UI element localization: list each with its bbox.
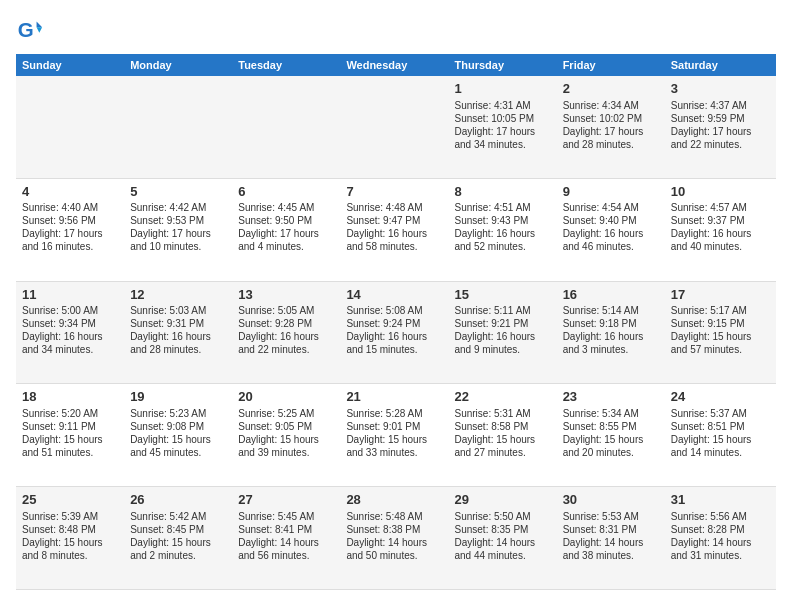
day-number: 30 bbox=[563, 491, 659, 509]
col-header-thursday: Thursday bbox=[449, 54, 557, 76]
day-info: Sunrise: 4:51 AM Sunset: 9:43 PM Dayligh… bbox=[455, 201, 551, 253]
page: G SundayMondayTuesdayWednesdayThursdayFr… bbox=[0, 0, 792, 612]
day-number: 25 bbox=[22, 491, 118, 509]
calendar-cell bbox=[232, 76, 340, 178]
header-row: SundayMondayTuesdayWednesdayThursdayFrid… bbox=[16, 54, 776, 76]
calendar-cell: 29Sunrise: 5:50 AM Sunset: 8:35 PM Dayli… bbox=[449, 487, 557, 590]
week-row-3: 18Sunrise: 5:20 AM Sunset: 9:11 PM Dayli… bbox=[16, 384, 776, 487]
day-number: 23 bbox=[563, 388, 659, 406]
calendar-cell: 1Sunrise: 4:31 AM Sunset: 10:05 PM Dayli… bbox=[449, 76, 557, 178]
day-info: Sunrise: 5:25 AM Sunset: 9:05 PM Dayligh… bbox=[238, 407, 334, 459]
calendar-cell: 19Sunrise: 5:23 AM Sunset: 9:08 PM Dayli… bbox=[124, 384, 232, 487]
calendar-cell: 31Sunrise: 5:56 AM Sunset: 8:28 PM Dayli… bbox=[665, 487, 776, 590]
calendar-cell: 25Sunrise: 5:39 AM Sunset: 8:48 PM Dayli… bbox=[16, 487, 124, 590]
day-number: 1 bbox=[455, 80, 551, 98]
col-header-friday: Friday bbox=[557, 54, 665, 76]
calendar-cell: 10Sunrise: 4:57 AM Sunset: 9:37 PM Dayli… bbox=[665, 178, 776, 281]
calendar-cell: 6Sunrise: 4:45 AM Sunset: 9:50 PM Daylig… bbox=[232, 178, 340, 281]
day-number: 15 bbox=[455, 286, 551, 304]
day-info: Sunrise: 5:20 AM Sunset: 9:11 PM Dayligh… bbox=[22, 407, 118, 459]
logo-icon: G bbox=[16, 16, 44, 44]
day-info: Sunrise: 5:31 AM Sunset: 8:58 PM Dayligh… bbox=[455, 407, 551, 459]
day-number: 3 bbox=[671, 80, 770, 98]
day-number: 8 bbox=[455, 183, 551, 201]
calendar-cell: 28Sunrise: 5:48 AM Sunset: 8:38 PM Dayli… bbox=[340, 487, 448, 590]
day-number: 29 bbox=[455, 491, 551, 509]
day-number: 17 bbox=[671, 286, 770, 304]
day-info: Sunrise: 5:50 AM Sunset: 8:35 PM Dayligh… bbox=[455, 510, 551, 562]
calendar-cell: 13Sunrise: 5:05 AM Sunset: 9:28 PM Dayli… bbox=[232, 281, 340, 384]
day-info: Sunrise: 5:53 AM Sunset: 8:31 PM Dayligh… bbox=[563, 510, 659, 562]
day-number: 22 bbox=[455, 388, 551, 406]
day-info: Sunrise: 4:54 AM Sunset: 9:40 PM Dayligh… bbox=[563, 201, 659, 253]
calendar-cell: 4Sunrise: 4:40 AM Sunset: 9:56 PM Daylig… bbox=[16, 178, 124, 281]
day-info: Sunrise: 5:39 AM Sunset: 8:48 PM Dayligh… bbox=[22, 510, 118, 562]
day-number: 11 bbox=[22, 286, 118, 304]
day-info: Sunrise: 5:05 AM Sunset: 9:28 PM Dayligh… bbox=[238, 304, 334, 356]
calendar-cell bbox=[340, 76, 448, 178]
calendar-cell: 20Sunrise: 5:25 AM Sunset: 9:05 PM Dayli… bbox=[232, 384, 340, 487]
day-number: 26 bbox=[130, 491, 226, 509]
day-info: Sunrise: 5:45 AM Sunset: 8:41 PM Dayligh… bbox=[238, 510, 334, 562]
header: G bbox=[16, 16, 776, 44]
day-info: Sunrise: 4:40 AM Sunset: 9:56 PM Dayligh… bbox=[22, 201, 118, 253]
day-info: Sunrise: 5:14 AM Sunset: 9:18 PM Dayligh… bbox=[563, 304, 659, 356]
svg-text:G: G bbox=[18, 18, 34, 41]
day-info: Sunrise: 4:45 AM Sunset: 9:50 PM Dayligh… bbox=[238, 201, 334, 253]
col-header-saturday: Saturday bbox=[665, 54, 776, 76]
day-info: Sunrise: 5:37 AM Sunset: 8:51 PM Dayligh… bbox=[671, 407, 770, 459]
logo: G bbox=[16, 16, 48, 44]
calendar-table: SundayMondayTuesdayWednesdayThursdayFrid… bbox=[16, 54, 776, 590]
day-number: 4 bbox=[22, 183, 118, 201]
day-info: Sunrise: 5:08 AM Sunset: 9:24 PM Dayligh… bbox=[346, 304, 442, 356]
calendar-cell: 9Sunrise: 4:54 AM Sunset: 9:40 PM Daylig… bbox=[557, 178, 665, 281]
col-header-tuesday: Tuesday bbox=[232, 54, 340, 76]
day-info: Sunrise: 5:42 AM Sunset: 8:45 PM Dayligh… bbox=[130, 510, 226, 562]
calendar-cell: 18Sunrise: 5:20 AM Sunset: 9:11 PM Dayli… bbox=[16, 384, 124, 487]
day-info: Sunrise: 5:17 AM Sunset: 9:15 PM Dayligh… bbox=[671, 304, 770, 356]
day-number: 27 bbox=[238, 491, 334, 509]
col-header-monday: Monday bbox=[124, 54, 232, 76]
day-number: 31 bbox=[671, 491, 770, 509]
day-number: 7 bbox=[346, 183, 442, 201]
calendar-cell: 5Sunrise: 4:42 AM Sunset: 9:53 PM Daylig… bbox=[124, 178, 232, 281]
day-number: 16 bbox=[563, 286, 659, 304]
calendar-cell: 23Sunrise: 5:34 AM Sunset: 8:55 PM Dayli… bbox=[557, 384, 665, 487]
calendar-cell: 21Sunrise: 5:28 AM Sunset: 9:01 PM Dayli… bbox=[340, 384, 448, 487]
day-info: Sunrise: 4:34 AM Sunset: 10:02 PM Daylig… bbox=[563, 99, 659, 151]
calendar-cell: 14Sunrise: 5:08 AM Sunset: 9:24 PM Dayli… bbox=[340, 281, 448, 384]
day-number: 14 bbox=[346, 286, 442, 304]
day-info: Sunrise: 5:23 AM Sunset: 9:08 PM Dayligh… bbox=[130, 407, 226, 459]
day-info: Sunrise: 4:42 AM Sunset: 9:53 PM Dayligh… bbox=[130, 201, 226, 253]
day-info: Sunrise: 4:57 AM Sunset: 9:37 PM Dayligh… bbox=[671, 201, 770, 253]
day-number: 19 bbox=[130, 388, 226, 406]
day-number: 13 bbox=[238, 286, 334, 304]
day-info: Sunrise: 4:48 AM Sunset: 9:47 PM Dayligh… bbox=[346, 201, 442, 253]
calendar-cell bbox=[124, 76, 232, 178]
day-number: 10 bbox=[671, 183, 770, 201]
day-info: Sunrise: 5:34 AM Sunset: 8:55 PM Dayligh… bbox=[563, 407, 659, 459]
day-info: Sunrise: 5:03 AM Sunset: 9:31 PM Dayligh… bbox=[130, 304, 226, 356]
day-number: 21 bbox=[346, 388, 442, 406]
col-header-sunday: Sunday bbox=[16, 54, 124, 76]
day-number: 2 bbox=[563, 80, 659, 98]
week-row-1: 4Sunrise: 4:40 AM Sunset: 9:56 PM Daylig… bbox=[16, 178, 776, 281]
day-number: 9 bbox=[563, 183, 659, 201]
calendar-cell: 11Sunrise: 5:00 AM Sunset: 9:34 PM Dayli… bbox=[16, 281, 124, 384]
calendar-cell: 16Sunrise: 5:14 AM Sunset: 9:18 PM Dayli… bbox=[557, 281, 665, 384]
week-row-4: 25Sunrise: 5:39 AM Sunset: 8:48 PM Dayli… bbox=[16, 487, 776, 590]
day-info: Sunrise: 4:31 AM Sunset: 10:05 PM Daylig… bbox=[455, 99, 551, 151]
day-number: 20 bbox=[238, 388, 334, 406]
week-row-2: 11Sunrise: 5:00 AM Sunset: 9:34 PM Dayli… bbox=[16, 281, 776, 384]
day-number: 24 bbox=[671, 388, 770, 406]
day-number: 28 bbox=[346, 491, 442, 509]
svg-marker-2 bbox=[37, 27, 43, 33]
day-number: 5 bbox=[130, 183, 226, 201]
day-number: 6 bbox=[238, 183, 334, 201]
day-info: Sunrise: 5:28 AM Sunset: 9:01 PM Dayligh… bbox=[346, 407, 442, 459]
calendar-cell: 17Sunrise: 5:17 AM Sunset: 9:15 PM Dayli… bbox=[665, 281, 776, 384]
calendar-cell: 2Sunrise: 4:34 AM Sunset: 10:02 PM Dayli… bbox=[557, 76, 665, 178]
calendar-cell: 26Sunrise: 5:42 AM Sunset: 8:45 PM Dayli… bbox=[124, 487, 232, 590]
calendar-cell: 15Sunrise: 5:11 AM Sunset: 9:21 PM Dayli… bbox=[449, 281, 557, 384]
day-info: Sunrise: 5:48 AM Sunset: 8:38 PM Dayligh… bbox=[346, 510, 442, 562]
